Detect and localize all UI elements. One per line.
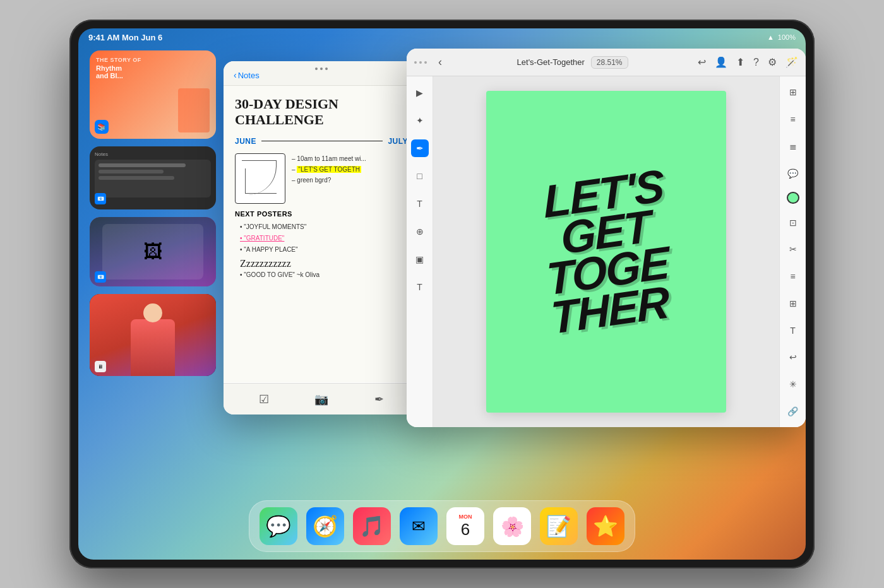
app-card-books[interactable]: The Story of Rhythmand Bl... 📚 (90, 50, 216, 139)
photos-icon: 🌸 (501, 515, 524, 538)
text-tool[interactable]: T (411, 195, 429, 213)
notes-sketch-box (235, 153, 285, 204)
design-toolbar-right: ↩ 👤 ⬆ ? ⚙ 🪄 (698, 56, 798, 68)
frame-icon[interactable]: ⊞ (784, 295, 802, 312)
design-document-title: Let's-Get-Together (517, 57, 585, 67)
main-area: ‹ Notes 30-DAY DESIGNCHALLENGE JUNE July (224, 49, 806, 500)
notes-body: 30-DAY DESIGNCHALLENGE JUNE July – 10am … (224, 86, 419, 382)
cut-icon[interactable]: ✂ (784, 241, 802, 258)
design-right-toolbar: ⊞ ≡ ≣ 💬 ⊡ ✂ ≡ ⊞ T ↩ ✳ 🔗 (779, 76, 806, 427)
dock-reminders[interactable]: ⭐ (587, 507, 624, 545)
app-card-photo2[interactable]: 🖥 (90, 294, 216, 376)
notes-back-label: Notes (238, 71, 260, 80)
calendar-month: MON (459, 514, 472, 520)
poster-item3: • "A HAPPY PLACE" (235, 244, 408, 256)
settings-icon[interactable]: ⚙ (768, 56, 777, 68)
notes-markup-icon[interactable]: ✒ (374, 392, 384, 406)
share-icon[interactable]: ⬆ (736, 56, 744, 68)
layers-icon[interactable]: ⊞ (784, 84, 802, 101)
ipad-screen: 9:41 AM Mon Jun 6 ▲ 100% The Story of Rh… (78, 28, 806, 560)
select-tool[interactable]: ▶ (411, 84, 429, 102)
undo-icon[interactable]: ↩ (698, 56, 706, 68)
design-window[interactable]: ‹ Let's-Get-Together 28.51% ↩ 👤 ⬆ ? ⚙ 🪄 (407, 49, 806, 427)
notes-back-button[interactable]: ‹ Notes (234, 70, 260, 80)
notes-sketch-area: – 10am to 11am meet wi... – "LET'S GET T… (235, 153, 408, 204)
notes-window[interactable]: ‹ Notes 30-DAY DESIGNCHALLENGE JUNE July (224, 61, 419, 415)
music-icon: 🎵 (359, 514, 385, 538)
design-left-toolbar: ▶ ✦ ✒ □ T ⊕ ▣ T (407, 76, 433, 427)
reminders-icon: ⭐ (593, 514, 618, 538)
personas-icon[interactable]: 🪄 (785, 56, 798, 68)
dock-music[interactable]: 🎵 (353, 507, 391, 545)
app-card-notes2[interactable]: Notes 📧 (90, 146, 216, 209)
notes-signature: Zzzzzzzzzzz (235, 258, 408, 269)
status-time: 9:41 AM Mon Jun 6 (88, 33, 162, 42)
design-header: ‹ Let's-Get-Together 28.51% ↩ 👤 ⬆ ? ⚙ 🪄 (407, 49, 806, 76)
align-icon[interactable]: ≡ (784, 268, 802, 285)
image-tool[interactable]: ▣ (411, 250, 429, 268)
design-artwork: LET'SGETTOGETHER (486, 91, 726, 413)
wifi-icon: ▲ (767, 33, 774, 41)
safari-icon: 🧭 (313, 514, 338, 538)
notes-text-lines: – 10am to 11am meet wi... – "LET'S GET T… (292, 153, 366, 185)
text2-tool[interactable]: T (411, 278, 429, 296)
poster-item2: • "GRATITUDE" (235, 233, 408, 244)
link-icon[interactable]: 🔗 (784, 403, 802, 420)
ipad-shell: 9:41 AM Mon Jun 6 ▲ 100% The Story of Rh… (69, 20, 815, 568)
notes-nav: ‹ Notes (234, 70, 409, 80)
june-label: JUNE (235, 137, 256, 146)
notes-toolbar-bottom: ☑ 📷 ✒ (224, 383, 419, 415)
dock: 💬 🧭 🎵 ✉ MON 6 🌸 📝 ⭐ (249, 500, 635, 552)
effects-icon[interactable]: ✳ (784, 376, 802, 393)
transform-icon[interactable]: ⊡ (784, 214, 802, 231)
help-icon[interactable]: ? (753, 57, 759, 68)
notes-header: ‹ Notes (224, 61, 419, 86)
dock-photos[interactable]: 🌸 (493, 507, 531, 545)
next-posters-title: NEXT POSTERS (235, 210, 408, 218)
july-label: July (388, 137, 408, 146)
design-content: ▶ ✦ ✒ □ T ⊕ ▣ T LET'SGETTOGETHER (407, 76, 806, 427)
messages-icon: 💬 (266, 514, 291, 538)
poster-item4: • "GOOD TO GIVE" ~k Oliva (235, 269, 408, 281)
label-icon[interactable]: T (784, 322, 802, 339)
artwork-text: LET'SGETTOGETHER (535, 158, 678, 344)
schedule-line3: – green bgrd? (292, 175, 366, 185)
user-icon[interactable]: 👤 (715, 56, 727, 68)
chevron-left-icon: ‹ (234, 70, 237, 80)
poster-item1: • "JOYFUL MOMENTS" (235, 221, 408, 233)
fx-icon[interactable]: ≡ (784, 111, 802, 128)
dock-safari[interactable]: 🧭 (306, 507, 344, 545)
status-bar: 9:41 AM Mon Jun 6 ▲ 100% (78, 28, 806, 46)
notes-icon: 📝 (546, 514, 571, 538)
dock-calendar[interactable]: MON 6 (446, 507, 484, 545)
dock-messages[interactable]: 💬 (260, 507, 297, 545)
notes-title: 30-DAY DESIGNCHALLENGE (235, 96, 408, 128)
notes-month-bar: JUNE July (235, 137, 408, 146)
left-panel: The Story of Rhythmand Bl... 📚 Notes 📧 (90, 50, 216, 497)
curve-icon[interactable]: ↩ (784, 349, 802, 366)
shape-tool[interactable]: □ (411, 167, 429, 185)
design-multitask-dots[interactable] (414, 61, 427, 64)
status-icons: ▲ 100% (767, 33, 796, 41)
design-zoom-level[interactable]: 28.51% (591, 56, 628, 69)
schedule-line1: – 10am to 11am meet wi... (292, 153, 366, 164)
notes-camera-icon[interactable]: 📷 (314, 392, 328, 406)
stroke-icon[interactable]: ≣ (784, 138, 802, 155)
notes-section-posters: NEXT POSTERS • "JOYFUL MOMENTS" • "GRATI… (235, 210, 408, 281)
battery-icon: 100% (778, 33, 796, 41)
dock-mail[interactable]: ✉ (400, 507, 438, 545)
notes-checklist-icon[interactable]: ☑ (259, 392, 269, 406)
anchor-tool[interactable]: ⊕ (411, 223, 429, 240)
notes-divider-line (261, 141, 383, 142)
color-swatch[interactable] (787, 192, 799, 204)
dock-notes[interactable]: 📝 (540, 507, 578, 545)
app-card-photos[interactable]: 🖼 📧 (90, 217, 216, 286)
pen-tool[interactable]: ✒ (411, 139, 429, 157)
mail-icon: ✉ (412, 517, 426, 536)
comment-icon[interactable]: 💬 (784, 165, 802, 182)
schedule-line2: – "LET'S GET TOGETH (292, 164, 366, 175)
design-canvas[interactable]: LET'SGETTOGETHER (433, 76, 779, 427)
node-tool[interactable]: ✦ (411, 112, 429, 129)
calendar-day: 6 (461, 520, 470, 539)
design-back-button[interactable]: ‹ (433, 53, 447, 71)
